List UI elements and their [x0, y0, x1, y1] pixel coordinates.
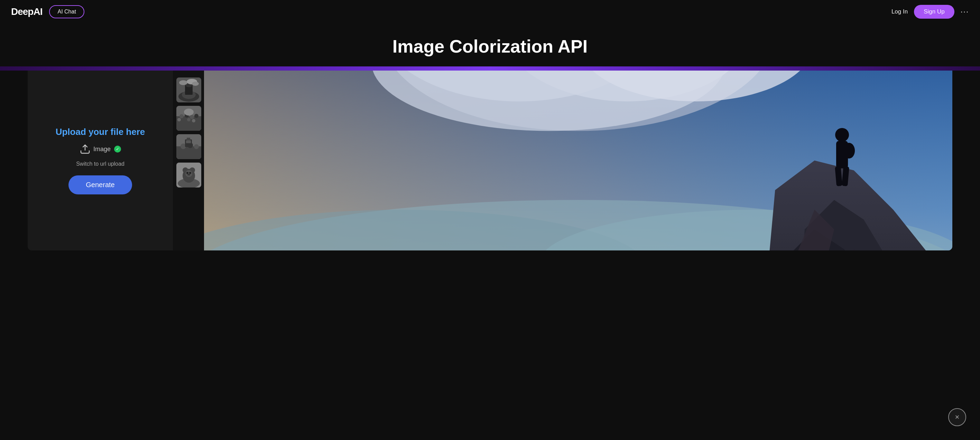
- page-title: Image Colorization API: [0, 36, 980, 57]
- navbar: DeepAI AI Chat Log In Sign Up ···: [0, 0, 980, 24]
- page-title-section: Image Colorization API: [0, 24, 980, 66]
- svg-point-15: [177, 118, 181, 121]
- upload-label[interactable]: Upload your file here: [56, 127, 145, 137]
- thumbnail-1[interactable]: [177, 78, 201, 102]
- svg-rect-28: [187, 138, 190, 140]
- svg-point-18: [192, 119, 196, 123]
- thumbnail-2[interactable]: [177, 106, 201, 131]
- svg-point-60: [835, 128, 849, 142]
- thumbnail-strip: [173, 70, 204, 250]
- url-switch-link[interactable]: Switch to url upload: [76, 161, 124, 167]
- svg-point-13: [190, 115, 194, 119]
- navbar-left: DeepAI AI Chat: [11, 5, 84, 18]
- svg-point-36: [189, 172, 191, 174]
- gradient-band: [0, 66, 980, 70]
- preview-image: [204, 70, 952, 250]
- svg-point-6: [179, 80, 188, 85]
- svg-point-16: [182, 119, 186, 122]
- navbar-right: Log In Sign Up ···: [891, 5, 969, 19]
- upload-filename: Image: [93, 146, 111, 153]
- upload-file-button[interactable]: Image: [80, 143, 111, 155]
- svg-point-11: [180, 114, 184, 118]
- upload-row: Image ✓: [80, 143, 121, 155]
- thumbnail-3[interactable]: [177, 134, 201, 159]
- thumbnail-4[interactable]: [177, 163, 201, 188]
- logo: DeepAI: [11, 6, 42, 17]
- svg-point-17: [187, 118, 191, 121]
- svg-point-61: [843, 143, 855, 159]
- main-preview: [204, 70, 952, 250]
- close-icon: ×: [955, 413, 959, 422]
- signup-button[interactable]: Sign Up: [914, 5, 954, 19]
- thumb-svg-2: [177, 106, 201, 131]
- close-button[interactable]: ×: [948, 408, 966, 426]
- thumb-svg-1: [177, 78, 201, 102]
- svg-point-8: [192, 81, 199, 86]
- svg-point-14: [194, 114, 199, 118]
- svg-point-35: [186, 172, 188, 174]
- svg-point-19: [196, 118, 200, 122]
- upload-icon: [80, 143, 91, 155]
- svg-point-25: [194, 144, 199, 149]
- svg-point-34: [185, 170, 192, 177]
- generate-button[interactable]: Generate: [68, 175, 132, 194]
- svg-rect-27: [186, 140, 191, 143]
- svg-point-20: [184, 108, 194, 116]
- svg-point-37: [188, 174, 190, 175]
- right-panel: [173, 70, 952, 250]
- thumb-svg-4: [177, 163, 201, 188]
- left-panel: Upload your file here Image ✓ Switch to …: [28, 70, 173, 250]
- login-button[interactable]: Log In: [891, 8, 908, 15]
- ai-chat-button[interactable]: AI Chat: [49, 5, 84, 18]
- upload-check-icon: ✓: [114, 146, 121, 153]
- thumb-svg-3: [177, 134, 201, 159]
- more-options-button[interactable]: ···: [961, 7, 969, 16]
- main-content: Upload your file here Image ✓ Switch to …: [28, 70, 952, 250]
